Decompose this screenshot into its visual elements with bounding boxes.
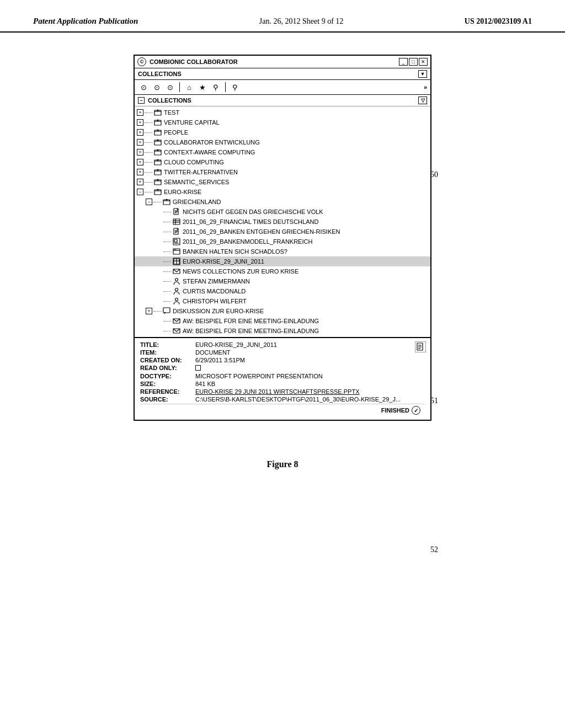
svg-point-37 bbox=[174, 249, 175, 250]
header-left: Patent Application Publication bbox=[33, 17, 138, 26]
header-right: US 2012/0023109 A1 bbox=[465, 17, 532, 26]
app-window: © COMBIONIC COLLABORATOR _ □ ✕ COLLECTIO… bbox=[134, 55, 431, 421]
person-icon bbox=[172, 277, 181, 286]
svg-point-19 bbox=[166, 199, 168, 201]
collection-icon bbox=[162, 197, 171, 206]
finished-label: FINISHED bbox=[381, 407, 409, 414]
list-item[interactable]: − EURO-KRISE bbox=[135, 187, 430, 197]
detail-panel: TITLE: EURO-KRISE_29_JUNI_2011 ITEM: DOC… bbox=[135, 338, 430, 420]
svg-point-3 bbox=[157, 120, 159, 121]
detail-doctype-value: MICROSOFT POWERPOINT PRESENTATION bbox=[195, 373, 425, 379]
expand-icon[interactable]: + bbox=[137, 149, 143, 156]
detail-doctype-label: DOCTYPE: bbox=[140, 373, 195, 379]
email-icon bbox=[172, 326, 181, 335]
list-item[interactable]: NEWS COLLECTIONS ZUR EURO KRISE bbox=[135, 266, 430, 276]
item-label: TWITTER-ALTERNATIVEN bbox=[164, 169, 238, 175]
list-item[interactable]: NICHTS GEHT GEGEN DAS GRIECHISCHE VOLK bbox=[135, 207, 430, 217]
list-item[interactable]: AW: BEISPIEL FÜR EINE MEETING-EINLADUNG bbox=[135, 316, 430, 326]
svg-point-15 bbox=[157, 179, 159, 181]
detail-item-value: DOCUMENT bbox=[195, 349, 425, 356]
list-item[interactable]: STEFAN ZIMMERMANN bbox=[135, 276, 430, 286]
item-label: TEST bbox=[164, 109, 179, 116]
main-content: 50 51 52 © COMBIONIC COLLABORATOR _ □ ✕ … bbox=[0, 33, 565, 443]
item-label: COLLABORATOR ENTWICKLUNG bbox=[164, 139, 260, 146]
patent-header: Patent Application Publication Jan. 26, … bbox=[0, 0, 565, 33]
list-item[interactable]: CHRISTOPH WILFERT bbox=[135, 296, 430, 306]
list-item[interactable]: + CONTEXT-AWARE COMPUTING bbox=[135, 147, 430, 157]
expand-icon[interactable]: + bbox=[146, 308, 152, 314]
expand-icon[interactable]: + bbox=[137, 119, 143, 126]
detail-readonly-row: READ ONLY: bbox=[140, 365, 425, 372]
list-item[interactable]: + TWITTER-ALTERNATIVEN bbox=[135, 167, 430, 177]
item-label: PEOPLE bbox=[164, 129, 188, 136]
ref-52: 52 bbox=[430, 545, 438, 554]
tree-collapse-btn[interactable]: − bbox=[138, 97, 145, 104]
list-item[interactable]: EURO-KRISE_29_JUNI_2011 bbox=[135, 256, 430, 266]
close-button[interactable]: ✕ bbox=[419, 58, 428, 66]
tree-header-filter[interactable]: ▽ bbox=[418, 97, 427, 104]
item-label: BANKEN HALTEN SICH SCHADLOS? bbox=[183, 248, 287, 255]
collection-icon bbox=[153, 108, 162, 117]
app-icon: © bbox=[137, 57, 146, 66]
ref-50: 50 bbox=[430, 170, 438, 179]
svg-rect-47 bbox=[163, 308, 170, 313]
toolbar-icon-3[interactable]: ⊙ bbox=[164, 82, 175, 93]
list-item[interactable]: + COLLABORATOR ENTWICKLUNG bbox=[135, 137, 430, 147]
list-item[interactable]: CURTIS MACDONALD bbox=[135, 286, 430, 296]
minimize-button[interactable]: _ bbox=[399, 58, 408, 66]
person-icon bbox=[172, 297, 181, 306]
expand-icon[interactable]: + bbox=[137, 159, 143, 165]
item-label: DISKUSSION ZUR EURO-KRISE bbox=[173, 308, 264, 314]
list-item[interactable]: + DISKUSSION ZUR EURO-KRISE bbox=[135, 306, 430, 316]
list-item[interactable]: 2011_06_29_BANKEN ENTGEHEN GRIECHEN-RISI… bbox=[135, 227, 430, 237]
list-item[interactable]: + VENTURE CAPITAL bbox=[135, 117, 430, 127]
item-label: STEFAN ZIMMERMANN bbox=[183, 278, 250, 285]
email-icon bbox=[172, 267, 181, 276]
collection-icon bbox=[153, 148, 162, 157]
svg-rect-24 bbox=[173, 219, 180, 224]
collection-icon bbox=[153, 158, 162, 167]
detail-created-value: 6/29/2011 3:51PM bbox=[195, 357, 425, 363]
list-item[interactable]: AW: BEISPIEL FÜR EINE MEETING-EINLADUNG bbox=[135, 326, 430, 336]
toolbar: ⊙ ⊙ ⊙ ⌂ ★ ⚲ ⚲ » bbox=[135, 80, 430, 95]
expand-icon[interactable]: − bbox=[137, 189, 143, 195]
expand-icon[interactable]: + bbox=[137, 129, 143, 136]
detail-source-value: C:\USERS\B-KARLST\DESKTOP\HTGF\2011_06_3… bbox=[195, 396, 425, 403]
detail-panel-icon bbox=[415, 341, 426, 352]
expand-icon[interactable]: + bbox=[137, 109, 143, 116]
header-center: Jan. 26, 2012 Sheet 9 of 12 bbox=[259, 17, 343, 26]
list-item[interactable]: − GRIECHENLAND bbox=[135, 197, 430, 207]
list-item[interactable]: 2011_06_29_FINANCIAL TIMES DEUTSCHLAND bbox=[135, 217, 430, 227]
list-item[interactable]: 2011_06_29_BANKENMODELL_FRANKREICH bbox=[135, 237, 430, 247]
expand-icon[interactable]: + bbox=[137, 169, 143, 175]
list-item[interactable]: + SEMANTIC_SERVICES bbox=[135, 177, 430, 187]
detail-reference-row: REFERENCE: EURO-KRISE 29 JUNI 2011 WIRTS… bbox=[140, 388, 425, 395]
expand-icon[interactable]: + bbox=[137, 139, 143, 146]
toolbar-icon-1[interactable]: ⊙ bbox=[138, 82, 149, 93]
list-item[interactable]: + TEST bbox=[135, 108, 430, 117]
maximize-button[interactable]: □ bbox=[409, 58, 418, 66]
toolbar-star[interactable]: ★ bbox=[197, 82, 208, 93]
powerpoint-icon bbox=[172, 237, 181, 246]
item-label: CLOUD COMPUTING bbox=[164, 159, 224, 165]
readonly-checkbox[interactable] bbox=[195, 365, 201, 371]
toolbar-link[interactable]: ⚲ bbox=[230, 82, 241, 93]
svg-point-11 bbox=[157, 159, 159, 161]
detail-readonly-label: READ ONLY: bbox=[140, 365, 195, 372]
toolbar-more[interactable]: » bbox=[424, 84, 427, 90]
document-icon bbox=[172, 227, 181, 236]
collections-dropdown[interactable]: ▼ bbox=[418, 70, 427, 78]
collections-bar: COLLECTIONS ▼ bbox=[135, 68, 430, 80]
detail-title-label: TITLE: bbox=[140, 341, 195, 348]
toolbar-icon-2[interactable]: ⊙ bbox=[151, 82, 162, 93]
list-item[interactable]: + CLOUD COMPUTING bbox=[135, 157, 430, 167]
expand-icon[interactable]: − bbox=[146, 199, 152, 205]
list-item[interactable]: BANKEN HALTEN SICH SCHADLOS? bbox=[135, 247, 430, 256]
expand-icon[interactable]: + bbox=[137, 179, 143, 185]
list-item[interactable]: + PEOPLE bbox=[135, 127, 430, 137]
svg-point-44 bbox=[175, 279, 178, 281]
toolbar-search[interactable]: ⚲ bbox=[210, 82, 221, 93]
collection-icon bbox=[153, 178, 162, 186]
svg-point-46 bbox=[175, 298, 178, 301]
toolbar-home[interactable]: ⌂ bbox=[184, 82, 195, 93]
